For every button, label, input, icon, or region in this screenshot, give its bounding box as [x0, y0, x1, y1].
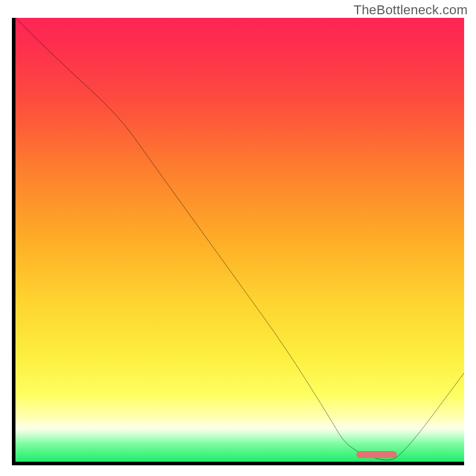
chart-container: TheBottleneck.com — [0, 0, 476, 476]
plot-area — [12, 18, 464, 465]
watermark-text: TheBottleneck.com — [353, 2, 468, 18]
optimal-range-marker — [356, 451, 397, 458]
bottleneck-curve — [15, 18, 464, 462]
